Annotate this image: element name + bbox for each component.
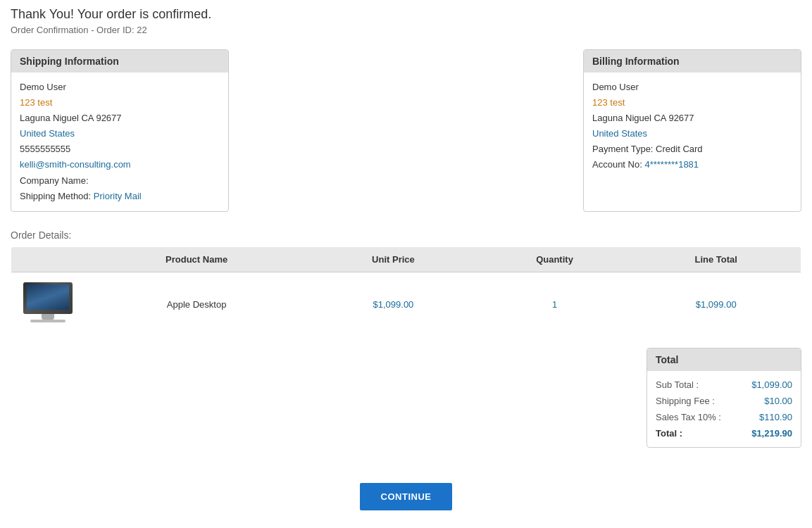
grand-total-label: Total :: [656, 428, 682, 439]
billing-account: Account No: 4********1881: [592, 157, 792, 172]
billing-info-box: Billing Information Demo User 123 test L…: [583, 49, 801, 212]
billing-payment-type-label: Payment Type:: [592, 144, 653, 154]
unit-price-cell: $1,099.00: [308, 272, 477, 337]
shipping-info-title: Shipping Information: [11, 50, 228, 73]
sub-total-row: Sub Total : $1,099.00: [656, 377, 792, 393]
col-line-total: Line Total: [631, 246, 801, 272]
billing-account-label: Account No:: [592, 159, 642, 170]
order-table-header-row: Product Name Unit Price Quantity Line To…: [11, 246, 801, 272]
product-name-cell: Apple Desktop: [85, 272, 308, 337]
grand-total-value: $1,219.90: [743, 428, 792, 439]
billing-info-body: Demo User 123 test Laguna Niguel CA 9267…: [584, 73, 801, 180]
order-table: Product Name Unit Price Quantity Line To…: [11, 246, 801, 337]
continue-section: CONTINUE: [11, 483, 801, 524]
total-box-title: Total: [647, 348, 801, 371]
billing-payment-type: Payment Type: Credit Card: [592, 142, 792, 157]
quantity-cell: 1: [478, 272, 632, 337]
col-quantity: Quantity: [478, 246, 632, 272]
shipping-email: kelli@smith-consulting.com: [20, 157, 220, 172]
sales-tax-row: Sales Tax 10% : $110.90: [656, 409, 792, 425]
shipping-fee-value: $10.00: [743, 396, 792, 406]
monitor-body: [23, 282, 73, 314]
shipping-method-value: Priority Mail: [94, 191, 142, 201]
billing-country: United States: [592, 126, 792, 142]
order-id-line: Order Confirmation - Order ID: 22: [11, 25, 801, 35]
shipping-company-label: Company Name:: [20, 175, 89, 186]
sales-tax-value: $110.90: [743, 412, 792, 422]
shipping-phone: 5555555555: [20, 142, 220, 157]
continue-button[interactable]: CONTINUE: [360, 483, 453, 510]
order-details-section: Order Details: Product Name Unit Price Q…: [11, 230, 801, 337]
col-product-name: Product Name: [85, 246, 308, 272]
monitor-stand: [42, 314, 54, 320]
info-panels: Shipping Information Demo User 123 test …: [11, 49, 801, 212]
shipping-info-box: Shipping Information Demo User 123 test …: [11, 49, 229, 212]
line-total-cell: $1,099.00: [631, 272, 801, 337]
total-box: Total Sub Total : $1,099.00 Shipping Fee…: [647, 348, 801, 448]
sub-total-value: $1,099.00: [743, 379, 792, 390]
shipping-name: Demo User: [20, 80, 220, 95]
billing-city-state-zip: Laguna Niguel CA 92677: [592, 111, 792, 126]
shipping-city-state-zip: Laguna Niguel CA 92677: [20, 111, 220, 126]
shipping-info-body: Demo User 123 test Laguna Niguel CA 9267…: [11, 73, 228, 211]
shipping-fee-label: Shipping Fee :: [656, 396, 715, 406]
billing-address1: 123 test: [592, 95, 792, 111]
shipping-company: Company Name:: [20, 173, 220, 189]
order-confirmation-label: Order Confirmation - Order ID:: [11, 25, 135, 35]
col-unit-price: Unit Price: [308, 246, 477, 272]
billing-name: Demo User: [592, 80, 792, 95]
product-image-cell: [11, 272, 85, 337]
total-box-body: Sub Total : $1,099.00 Shipping Fee : $10…: [647, 371, 801, 447]
shipping-country: United States: [20, 126, 220, 142]
total-section: Total Sub Total : $1,099.00 Shipping Fee…: [11, 348, 801, 448]
billing-account-value: 4********1881: [644, 159, 699, 170]
shipping-method-label: Shipping Method:: [20, 191, 91, 201]
shipping-address1: 123 test: [20, 95, 220, 111]
product-image: [20, 282, 76, 325]
sales-tax-label: Sales Tax 10% :: [656, 412, 721, 422]
page-header: Thank You! Your order is confirmed. Orde…: [11, 7, 801, 35]
billing-payment-type-value: Credit Card: [656, 144, 702, 154]
monitor-screen: [27, 284, 69, 310]
table-row: Apple Desktop$1,099.001$1,099.00: [11, 272, 801, 337]
shipping-method: Shipping Method: Priority Mail: [20, 189, 220, 204]
billing-info-title: Billing Information: [584, 50, 801, 73]
page-title: Thank You! Your order is confirmed.: [11, 7, 801, 22]
shipping-fee-row: Shipping Fee : $10.00: [656, 393, 792, 409]
sub-total-label: Sub Total :: [656, 379, 699, 390]
order-id-value: 22: [137, 25, 146, 35]
order-details-title: Order Details:: [11, 230, 801, 241]
col-image: [11, 246, 85, 272]
grand-total-row: Total : $1,219.90: [656, 425, 792, 441]
monitor-base: [30, 320, 65, 322]
